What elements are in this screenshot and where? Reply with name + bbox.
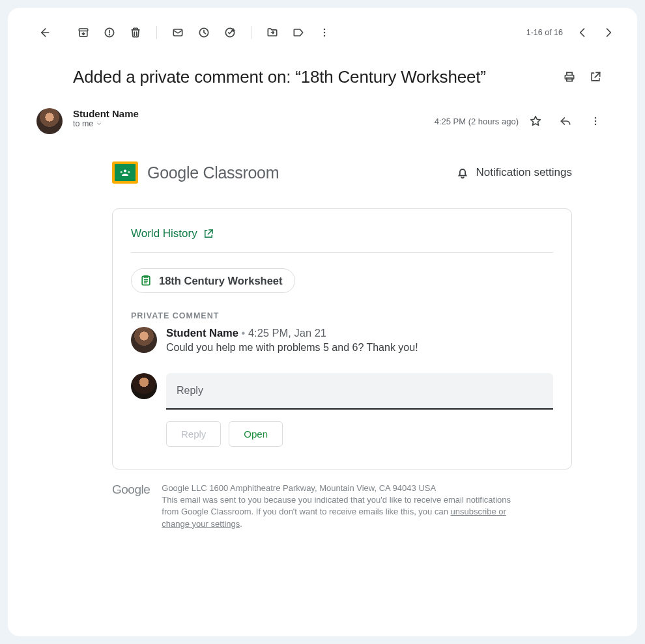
open-new-window-button[interactable]	[582, 64, 609, 90]
reply-input[interactable]	[166, 373, 553, 410]
svg-point-14	[121, 171, 122, 173]
assignment-icon	[139, 274, 152, 287]
svg-point-5	[324, 29, 326, 31]
svg-point-15	[128, 171, 130, 173]
assignment-chip[interactable]: 18th Century Worksheet	[131, 268, 295, 293]
message-timestamp: 4:25 PM (2 hours ago)	[435, 117, 519, 126]
reply-button[interactable]	[552, 108, 579, 134]
svg-point-2	[109, 35, 110, 35]
svg-rect-0	[79, 29, 87, 31]
classroom-logo-icon	[112, 161, 138, 184]
footer-google-logo: Google	[112, 483, 150, 530]
footer-text: Google LLC 1600 Amphitheatre Parkway, Mo…	[162, 483, 526, 530]
toolbar: 1-16 of 16	[8, 20, 637, 46]
comment-time: 4:25 PM, Jan 21	[248, 327, 326, 339]
snooze-button[interactable]	[191, 20, 217, 46]
star-button[interactable]	[523, 108, 549, 134]
open-button[interactable]: Open	[229, 421, 283, 447]
brand-classroom: Classroom	[199, 163, 279, 182]
recipient-line[interactable]: to me	[73, 119, 139, 128]
newer-button[interactable]	[569, 20, 595, 46]
notification-settings-link[interactable]: Notification settings	[455, 165, 572, 180]
move-to-button[interactable]	[259, 20, 285, 46]
comment-author: Student Name	[166, 327, 238, 339]
brand-google: Google	[147, 163, 199, 182]
subject-title: Added a private comment on: “18th Centur…	[73, 67, 556, 87]
comment-text: Could you help me with problems 5 and 6?…	[166, 342, 553, 354]
expand-recipients-icon	[96, 120, 102, 127]
more-button[interactable]	[311, 20, 337, 46]
labels-button[interactable]	[285, 20, 311, 46]
svg-point-11	[595, 120, 597, 122]
comment-row: Student Name • 4:25 PM, Jan 21 Could you…	[131, 327, 553, 354]
svg-point-10	[595, 117, 597, 119]
private-comment-label: PRIVATE COMMENT	[131, 311, 553, 320]
mark-unread-button[interactable]	[165, 20, 191, 46]
print-button[interactable]	[556, 64, 582, 90]
svg-point-13	[124, 169, 126, 172]
bell-icon	[455, 165, 470, 180]
pager-count: 1-16 of 16	[526, 28, 563, 37]
dot-separator: •	[238, 327, 248, 339]
sender-avatar[interactable]	[36, 108, 63, 134]
classroom-card: World History 18th Century Worksheet PRI…	[112, 208, 572, 469]
classroom-brand: Google Classroom	[112, 161, 279, 184]
self-avatar	[131, 373, 157, 399]
add-to-tasks-button[interactable]	[217, 20, 243, 46]
reply-submit-button[interactable]: Reply	[166, 421, 221, 447]
class-link[interactable]: World History	[131, 227, 553, 253]
svg-point-7	[324, 35, 326, 37]
message-more-button[interactable]	[582, 108, 609, 134]
svg-point-12	[595, 124, 597, 126]
older-button[interactable]	[595, 20, 622, 46]
svg-point-6	[324, 32, 326, 34]
comment-author-avatar	[131, 327, 157, 353]
delete-button[interactable]	[122, 20, 149, 46]
footer-address: Google LLC 1600 Amphitheatre Parkway, Mo…	[162, 483, 526, 494]
archive-button[interactable]	[70, 20, 96, 46]
spam-button[interactable]	[96, 20, 122, 46]
back-button[interactable]	[31, 20, 57, 46]
sender-name: Student Name	[73, 108, 139, 119]
open-external-icon	[203, 228, 214, 240]
